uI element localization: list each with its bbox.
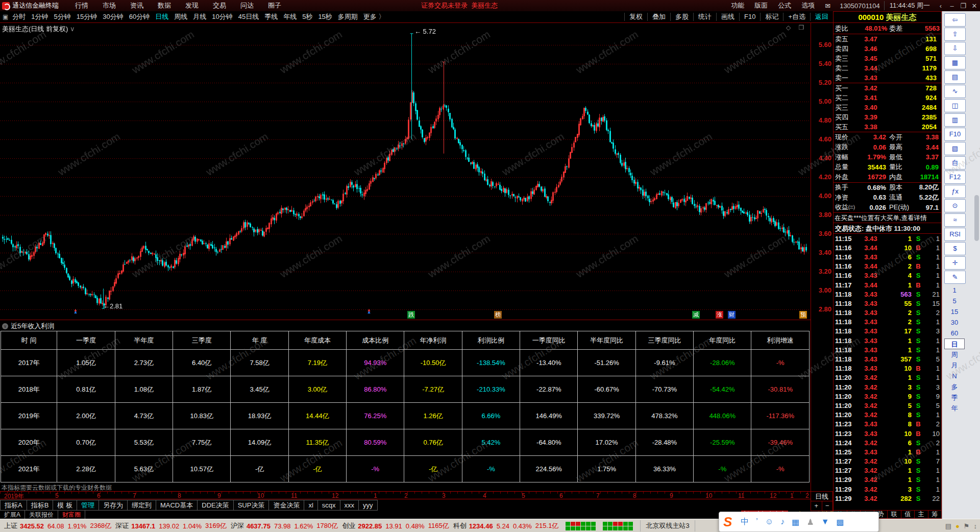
period-45日线[interactable]: 45日线 [238,12,259,21]
index-沪深[interactable]: 沪深4637.7573.981.62%1780亿 [231,521,338,530]
indicator-tab-yyy[interactable]: yyy [359,500,378,511]
layout-icon[interactable]: ▣ [3,13,8,20]
period-box[interactable]: 日线 [811,491,833,501]
index-科创[interactable]: 科创1234.465.240.43%215.1亿 [453,521,559,530]
ime-icon-0[interactable]: 中 [741,517,749,527]
indicator-tab-资金决策[interactable]: 资金决策 [269,500,304,511]
table-row[interactable]: 2018年0.81亿1.08亿1.87亿3.45亿3.00亿86.80%-7.2… [1,376,810,403]
menu-数据[interactable]: 数据 [151,1,178,10]
menu-行情[interactable]: 行情 [68,1,95,10]
bid-row[interactable]: 买五3.382054 [834,122,941,132]
tick-list[interactable]: 11:153.431S111:163.4410B111:163.436S111:… [834,234,941,503]
kline-chart[interactable] [0,22,811,320]
period-15分钟[interactable]: 15分钟 [77,12,97,21]
collapse-icon[interactable]: ∨ [2,323,8,329]
page-down-icon[interactable]: ⇩ [944,42,966,55]
action-F10[interactable]: F10 [739,13,760,21]
period-15秒[interactable]: 15秒 [318,12,332,21]
menu-版面[interactable]: 版面 [749,1,773,10]
panel-tab-联[interactable]: 联 [888,511,901,518]
indicator-tab-绑定到[interactable]: 绑定到 [128,500,156,511]
panel-tab-主[interactable]: 主 [915,511,928,518]
zoom-out-button[interactable]: − [822,501,833,511]
zoom-in-button[interactable]: + [811,501,822,511]
event-badge-涨[interactable]: 涨 [716,311,723,319]
action-标记[interactable]: 标记 [760,13,783,21]
menu-市场[interactable]: 市场 [95,1,123,10]
indicator-tab-MACD基本[interactable]: MACD基本 [156,500,198,511]
menu-选项[interactable]: 选项 [796,1,820,10]
period-10分钟[interactable]: 10分钟 [212,12,232,21]
period-更多 〉[interactable]: 更多 〉 [363,12,385,21]
crosshair-icon[interactable]: ✛ [944,256,966,270]
ime-icon-4[interactable]: ▦ [792,517,799,527]
period-5分钟[interactable]: 5分钟 [54,12,71,21]
ask-row[interactable]: 卖一3.43433 [834,73,941,83]
indicator-tab-xl[interactable]: xl [304,500,317,511]
action-画线[interactable]: 画线 [716,13,739,21]
bid-row[interactable]: 买四3.392385 [834,112,941,122]
flag-icon[interactable]: ⚑ [964,522,970,530]
table-row[interactable]: 2019年2.00亿4.73亿10.83亿18.93亿14.44亿76.25%1… [1,403,810,429]
bid-row[interactable]: 买二3.41924 [834,93,941,103]
linked-quote-icon[interactable]: ▧ [944,142,966,155]
ime-icon-1[interactable]: ’ [756,517,758,526]
table-row[interactable]: 2017年1.05亿2.73亿6.40亿7.58亿7.19亿94.93%-10.… [1,350,810,376]
rsi-icon[interactable]: RSI [944,228,966,241]
ime-logo-icon[interactable]: S [723,514,732,530]
intraday-line-icon[interactable]: ∿ [944,85,966,98]
minimize-button[interactable]: – [946,2,958,10]
bid-row[interactable]: 买三3.402484 [834,103,941,112]
chart-corner-icons[interactable]: ◇ ❐ [786,24,807,31]
table-row[interactable]: 2021年2.28亿5.63亿10.57亿-亿-亿-%-亿-%224.56%1.… [1,456,810,482]
panel-tab-筹[interactable]: 筹 [928,511,942,518]
indicator-tab-另存为[interactable]: 另存为 [99,500,128,511]
big-order-alert[interactable]: 在买盘***位置有大买单,查看详情 [834,213,941,223]
wave-icon[interactable]: ≈ [944,213,966,227]
indicator-tab-指标A[interactable]: 指标A [0,500,27,511]
period-年线[interactable]: 年线 [283,12,297,21]
multi-window-icon[interactable]: ▦ [944,56,966,69]
indicator-tab-SUP决策[interactable]: SUP决策 [234,500,270,511]
restore-button[interactable]: ❐ [958,2,969,10]
menu-功能[interactable]: 功能 [726,1,749,10]
side-period-N[interactable]: N [944,371,965,381]
side-period-多[interactable]: 多 [944,381,965,392]
ask-row[interactable]: 卖五3.47131 [834,34,941,44]
side-period-周[interactable]: 周 [944,349,965,360]
menu-问达[interactable]: 问达 [233,1,261,10]
period-5秒[interactable]: 5秒 [302,12,312,21]
formula-icon[interactable]: ƒx [944,185,966,198]
action-复权[interactable]: 复权 [624,13,647,21]
menu-公式[interactable]: 公式 [773,1,796,10]
indicator-tab-管理[interactable]: 管理 [77,500,99,511]
menu-资讯[interactable]: 资讯 [123,1,151,10]
side-period-年[interactable]: 年 [944,403,965,414]
ask-row[interactable]: 卖三3.45571 [834,54,941,63]
period-月线[interactable]: 月线 [193,12,206,21]
index-创业[interactable]: 创业2922.8513.910.48%1165亿 [342,521,449,530]
action-多股[interactable]: 多股 [670,13,693,21]
ime-icon-3[interactable]: ♪ [780,517,785,526]
back-icon[interactable]: ⇦ [944,13,966,27]
ime-icon-7[interactable]: ▩ [837,517,844,527]
quote-table-icon[interactable]: ▤ [944,70,966,84]
side-period-5[interactable]: 5 [944,296,965,306]
ime-icon-2[interactable]: ☺ [765,517,773,526]
report-icon[interactable]: ▥ [944,113,966,127]
extension-tab-关联报价[interactable]: 关联报价 [25,511,58,519]
indicator-tab-xxx[interactable]: xxx [340,500,359,511]
side-period-日[interactable]: 日 [944,338,965,349]
indicator-tab-指标B[interactable]: 指标B [27,500,54,511]
ime-toolbar[interactable]: S 中’☺♪▦♟▼▩ [719,512,879,532]
event-badge-预[interactable]: 预 [799,311,807,319]
side-period-季[interactable]: 季 [944,392,965,403]
action-返回[interactable]: 返回 [810,13,833,21]
period-周线[interactable]: 周线 [174,12,187,21]
ask-row[interactable]: 卖二3.441179 [834,63,941,73]
f12-trade-icon[interactable]: F12 [944,171,966,184]
indicator-tab-模 板[interactable]: 模 板 [53,500,77,511]
indicator-tab-DDE决策[interactable]: DDE决策 [198,500,233,511]
scrollbar-thumb[interactable] [974,195,979,241]
period-季线[interactable]: 季线 [264,12,278,21]
